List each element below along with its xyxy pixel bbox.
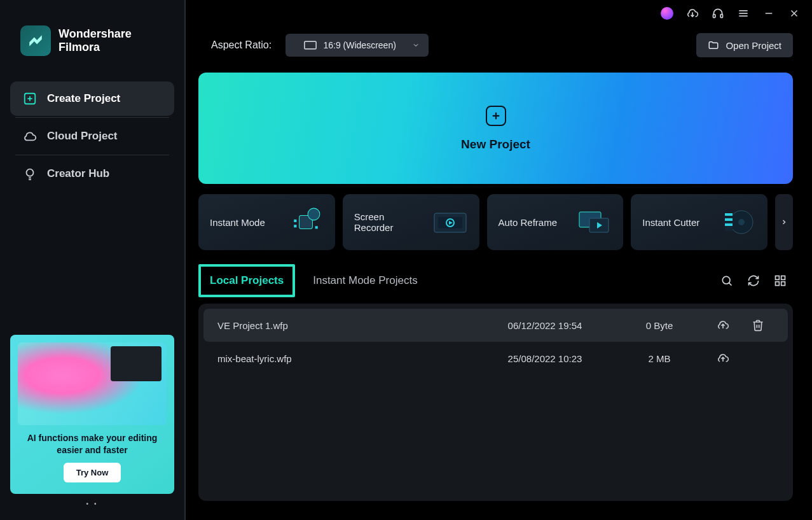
mode-label: Auto Reframe	[499, 217, 558, 228]
brand-line2: Filmora	[58, 41, 132, 54]
divider	[15, 117, 169, 118]
svg-rect-31	[725, 213, 733, 231]
mode-label: Screen Recorder	[354, 211, 425, 233]
svg-rect-6	[713, 15, 715, 18]
bulb-icon	[23, 167, 37, 181]
sidebar-item-label: Creator Hub	[47, 167, 109, 180]
project-name: mix-beat-lyric.wfp	[217, 353, 475, 364]
trash-icon[interactable]	[742, 319, 774, 332]
sidebar-item-label: Cloud Project	[47, 130, 118, 143]
headset-icon[interactable]	[712, 7, 724, 20]
mode-label: Instant Mode	[210, 217, 265, 228]
app-logo: Wondershare Filmora	[20, 25, 164, 56]
svg-rect-33	[725, 218, 733, 221]
svg-rect-32	[725, 213, 733, 216]
aspect-ratio-value: 16:9 (Widescreen)	[323, 40, 396, 50]
svg-rect-20	[294, 225, 296, 227]
project-size: 0 Byte	[615, 320, 704, 331]
folder-icon	[708, 39, 719, 51]
chevron-right-icon	[780, 218, 788, 226]
sidebar-item-label: Create Project	[47, 92, 120, 105]
aspect-ratio-label: Aspect Ratio:	[211, 39, 272, 51]
mode-more-button[interactable]	[775, 194, 793, 250]
mode-auto-reframe[interactable]: Auto Reframe	[487, 194, 624, 250]
mode-instant-cutter[interactable]: Instant Cutter	[631, 194, 767, 250]
tab-instant-mode-projects[interactable]: Instant Mode Projects	[304, 267, 426, 295]
project-list: VE Project 1.wfp 06/12/2022 19:54 0 Byte…	[198, 304, 793, 501]
new-project-button[interactable]: New Project	[198, 73, 793, 184]
sidebar: Wondershare Filmora Create Project Cloud…	[0, 0, 184, 520]
project-row[interactable]: mix-beat-lyric.wfp 25/08/2022 10:23 2 MB	[203, 342, 788, 375]
svg-rect-14	[305, 41, 316, 49]
tab-local-projects[interactable]: Local Projects	[198, 264, 295, 297]
new-project-label: New Project	[461, 137, 530, 151]
cloud-icon	[23, 129, 37, 143]
svg-rect-37	[776, 276, 780, 280]
mode-cards-row: Instant Mode Screen Recorder Auto Refram…	[198, 194, 793, 250]
avatar-icon[interactable]	[661, 7, 673, 20]
content: Aspect Ratio: 16:9 (Widescreen) Open Pro…	[186, 27, 812, 520]
grid-view-icon[interactable]	[774, 274, 787, 287]
open-project-button[interactable]: Open Project	[696, 33, 793, 57]
logo-icon	[20, 25, 51, 56]
menu-icon[interactable]	[737, 7, 750, 20]
mode-instant-mode[interactable]: Instant Mode	[198, 194, 335, 250]
svg-point-3	[27, 169, 34, 176]
plus-square-icon	[23, 92, 37, 106]
svg-point-30	[738, 219, 745, 225]
svg-rect-38	[781, 276, 785, 280]
svg-rect-40	[781, 282, 785, 286]
promo-headline: AI functions make your editing easier an…	[19, 432, 165, 456]
cloud-download-icon[interactable]	[686, 7, 699, 20]
svg-rect-39	[776, 282, 780, 286]
screen-recorder-icon	[432, 204, 467, 240]
tab-actions	[720, 274, 793, 287]
plus-icon	[486, 106, 506, 126]
sidebar-item-create-project[interactable]: Create Project	[10, 81, 174, 116]
sidebar-item-creator-hub[interactable]: Creator Hub	[10, 157, 174, 191]
carousel-dots[interactable]: • •	[10, 500, 174, 507]
close-icon[interactable]	[788, 7, 801, 20]
project-date: 25/08/2022 10:23	[475, 353, 615, 364]
svg-rect-19	[294, 220, 296, 222]
instant-mode-icon	[288, 204, 324, 240]
aspect-ratio-select[interactable]: 16:9 (Widescreen)	[286, 34, 429, 57]
project-date: 06/12/2022 19:54	[475, 320, 615, 331]
cloud-upload-icon[interactable]	[704, 352, 742, 365]
widescreen-icon	[304, 41, 317, 50]
app-title: Wondershare Filmora	[58, 27, 132, 53]
svg-line-36	[729, 283, 731, 285]
svg-point-18	[308, 208, 320, 220]
minimize-icon[interactable]	[762, 7, 775, 20]
svg-rect-34	[725, 223, 733, 226]
aspect-row: Aspect Ratio: 16:9 (Widescreen) Open Pro…	[198, 33, 793, 57]
open-project-label: Open Project	[726, 40, 781, 51]
mode-label: Instant Cutter	[642, 217, 699, 228]
mode-screen-recorder[interactable]: Screen Recorder	[343, 194, 479, 250]
svg-rect-7	[720, 15, 722, 18]
project-tabs: Local Projects Instant Mode Projects	[198, 264, 793, 297]
promo-card[interactable]: AI functions make your editing easier an…	[10, 335, 174, 494]
promo-cta-button[interactable]: Try Now	[64, 463, 121, 482]
chevron-down-icon	[412, 41, 420, 49]
project-name: VE Project 1.wfp	[217, 320, 475, 331]
svg-rect-21	[315, 226, 317, 228]
main-area: Aspect Ratio: 16:9 (Widescreen) Open Pro…	[186, 0, 812, 520]
divider	[15, 155, 169, 155]
brand-line1: Wondershare	[58, 27, 132, 41]
auto-reframe-icon	[576, 204, 612, 240]
project-size: 2 MB	[615, 353, 704, 364]
promo-illustration	[18, 342, 167, 425]
svg-point-35	[722, 276, 730, 284]
search-icon[interactable]	[720, 274, 733, 287]
project-row[interactable]: VE Project 1.wfp 06/12/2022 19:54 0 Byte	[203, 309, 788, 342]
refresh-icon[interactable]	[747, 274, 760, 287]
cloud-upload-icon[interactable]	[704, 319, 742, 332]
instant-cutter-icon	[720, 204, 756, 240]
titlebar	[186, 0, 812, 27]
sidebar-item-cloud-project[interactable]: Cloud Project	[10, 119, 174, 153]
